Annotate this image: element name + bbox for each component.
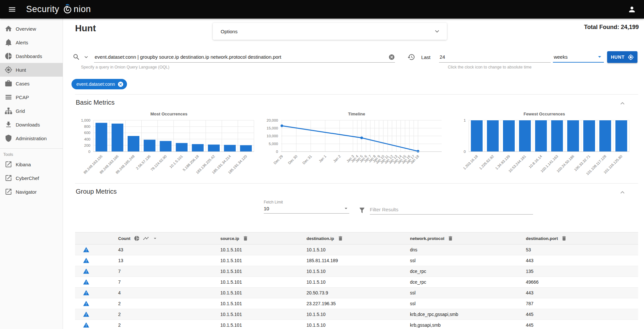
caret-down-icon[interactable] — [152, 235, 158, 241]
chip-remove-icon[interactable] — [118, 81, 124, 87]
row-actions[interactable] — [75, 247, 118, 253]
column-header-source-ip[interactable]: source.ip — [220, 235, 306, 241]
fetch-limit-select[interactable]: 10 — [264, 205, 349, 214]
download-icon — [5, 121, 12, 128]
options-panel[interactable]: Options — [213, 23, 447, 40]
table-cell-Count: 4 — [118, 290, 220, 295]
warning-triangle-icon[interactable] — [83, 257, 89, 264]
column-header-destination-ip[interactable]: destination.ip — [306, 235, 410, 241]
sidebar-item-cyberchef[interactable]: CyberChef — [0, 171, 63, 185]
pcap-icon — [5, 93, 12, 101]
column-header-label: Count — [118, 236, 131, 241]
table-cell-network-protocol: dns — [410, 247, 526, 252]
warning-triangle-icon[interactable] — [83, 247, 89, 253]
svg-text:2.56.57.136: 2.56.57.136 — [135, 154, 151, 171]
warning-triangle-icon[interactable] — [83, 268, 89, 275]
charts-row: Most Occurrences02004006008001,00089.248… — [75, 111, 638, 181]
table-cell-network-protocol: ssl — [410, 290, 526, 295]
sidebar-item-overview[interactable]: Overview — [0, 22, 63, 36]
clock-history-icon[interactable] — [407, 53, 415, 61]
row-actions[interactable] — [75, 311, 118, 318]
sidebar-item-navigator[interactable]: Navigator — [0, 185, 63, 199]
query-history-chevron-icon[interactable] — [83, 54, 89, 60]
hamburger-menu-button[interactable] — [7, 4, 18, 15]
sidebar-item-pcap[interactable]: PCAP — [0, 90, 63, 104]
row-actions[interactable] — [75, 322, 118, 328]
sidebar-item-alerts[interactable]: Alerts — [0, 36, 63, 49]
sidebar-item-dashboards[interactable]: Dashboards — [0, 49, 63, 63]
column-header-Count[interactable]: Count — [118, 235, 220, 241]
table-cell-destination-port: 49666 — [526, 279, 638, 285]
trash-icon[interactable] — [448, 235, 453, 241]
time-last-label: Last — [421, 54, 430, 60]
table-cell-destination-ip: 10.1.5.10 — [306, 312, 410, 317]
account-button[interactable] — [626, 4, 637, 15]
table-cell-source-ip: 10.1.5.101 — [220, 290, 306, 295]
basic-metrics-collapse-button[interactable] — [618, 99, 627, 108]
hunt-button[interactable]: HUNT — [607, 51, 637, 63]
group-metrics-collapse-button[interactable] — [618, 188, 627, 197]
table-row[interactable]: 410.1.5.10120.50.73.9ssl443 — [75, 288, 638, 298]
table-row[interactable]: 710.1.5.10110.1.5.10dce_rpc135 — [75, 266, 638, 277]
filter-results-input[interactable] — [370, 205, 533, 215]
shield-icon — [5, 134, 12, 142]
row-actions[interactable] — [75, 268, 118, 275]
sidebar-item-kibana[interactable]: Kibana — [0, 157, 63, 171]
warning-triangle-icon[interactable] — [83, 279, 89, 285]
svg-text:0: 0 — [276, 150, 278, 154]
sidebar-item-hunt[interactable]: Hunt — [0, 63, 63, 77]
trash-icon[interactable] — [338, 235, 343, 241]
table-row[interactable]: 710.1.5.10110.1.5.10dce_rpc49666 — [75, 277, 638, 288]
table-row[interactable]: 1310.1.5.101185.81.114.189ssl443 — [75, 255, 638, 266]
warning-triangle-icon[interactable] — [83, 300, 89, 307]
sidebar-item-downloads[interactable]: Downloads — [0, 118, 63, 131]
trash-icon[interactable] — [561, 235, 567, 241]
pie-chart-icon[interactable] — [134, 235, 140, 241]
warning-triangle-icon[interactable] — [83, 311, 89, 318]
warning-triangle-icon[interactable] — [83, 322, 89, 328]
table-cell-source-ip: 10.1.5.101 — [220, 279, 306, 285]
table-cell-network-protocol: dce_rpc — [410, 279, 526, 285]
table-row[interactable]: 210.1.5.10110.1.5.10krb,dce_rpc,gssapi,s… — [75, 309, 638, 320]
query-input[interactable] — [94, 54, 388, 60]
chart-title: Timeline — [263, 111, 450, 117]
row-actions[interactable] — [75, 257, 118, 264]
fetch-limit-field: Fetch Limit 10 — [264, 200, 349, 214]
chevron-up-icon — [619, 99, 626, 107]
bell-icon — [5, 38, 12, 46]
warning-triangle-icon[interactable] — [83, 290, 89, 296]
svg-text:5,000: 5,000 — [269, 142, 278, 146]
table-row[interactable]: 4310.1.5.10110.1.5.10dns53 — [75, 245, 638, 255]
row-actions[interactable] — [75, 290, 118, 296]
crosshair-icon — [628, 54, 634, 60]
time-amount-input[interactable] — [439, 54, 551, 60]
sidebar-item-label: Overview — [16, 26, 36, 32]
sidebar-item-administration[interactable]: Administration — [0, 131, 63, 145]
svg-text:1.34.93.139: 1.34.93.139 — [495, 154, 511, 171]
svg-text:Dec 29: Dec 29 — [273, 154, 284, 165]
table-cell-Count: 2 — [118, 312, 220, 317]
column-header-network-protocol[interactable]: network.protocol — [410, 235, 526, 241]
main-content: Hunt Options Total Found: 24,199 Last we… — [63, 19, 644, 329]
time-unit-select[interactable]: weeks — [553, 52, 604, 63]
time-amount-field — [439, 52, 551, 63]
trash-icon[interactable] — [243, 235, 248, 241]
row-actions[interactable] — [75, 279, 118, 285]
svg-text:100.33.32.71: 100.33.32.71 — [573, 154, 591, 172]
filter-chip[interactable]: event.dataset:conn — [71, 79, 127, 89]
chevron-down-icon — [83, 54, 89, 60]
column-header-label: source.ip — [220, 236, 239, 241]
table-row[interactable]: 210.1.5.10110.1.5.10krb,gssapi,smb445 — [75, 320, 638, 329]
sidebar-item-cases[interactable]: Cases — [0, 77, 63, 90]
row-actions[interactable] — [75, 300, 118, 307]
graph-icon[interactable] — [143, 235, 149, 241]
column-header-destination-port[interactable]: destination.port — [526, 235, 638, 241]
chart-canvas: 02004006008001,00089.248.163.15589.248.1… — [75, 117, 263, 181]
table-cell-network-protocol: ssl — [410, 301, 526, 306]
table-row[interactable]: 210.1.5.10123.227.196.35ssl787 — [75, 298, 638, 309]
column-header-label: network.protocol — [410, 236, 444, 241]
chart-fewest-occurrences: Fewest Occurrences011.203.16.181.226.62.… — [450, 111, 638, 181]
sidebar-item-grid[interactable]: Grid — [0, 104, 63, 118]
clear-query-button[interactable] — [388, 54, 395, 60]
chevron-down-icon — [433, 27, 441, 35]
